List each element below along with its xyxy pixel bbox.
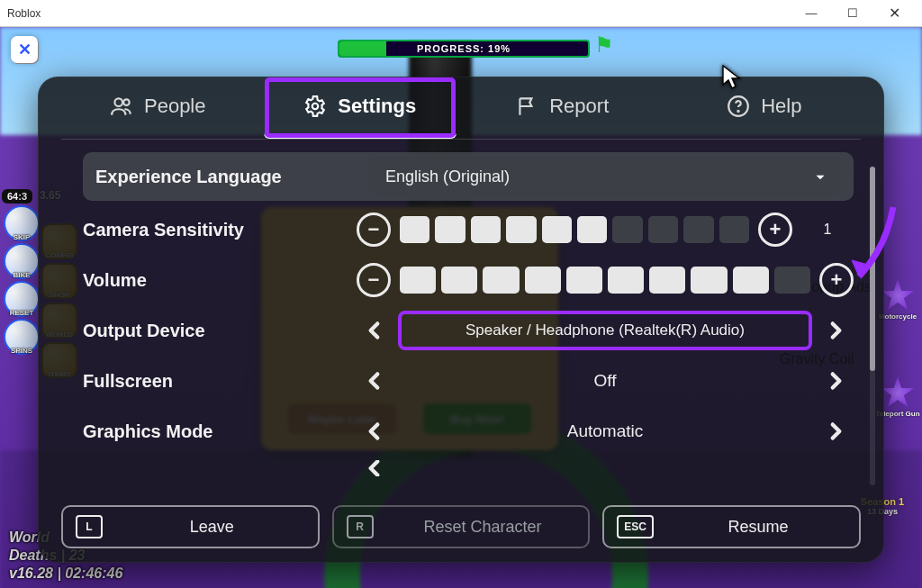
gear-icon [303, 95, 327, 118]
experience-language-label: Experience Language [95, 167, 357, 187]
reset-button[interactable]: RESET [4, 281, 40, 317]
window-minimize-button[interactable]: — [791, 1, 832, 26]
row-output-device: Output Device Speaker / Headphone (Realt… [83, 309, 854, 352]
tab-people[interactable]: People [61, 77, 255, 139]
tab-people-label: People [144, 95, 206, 118]
row-overflow-peek [83, 460, 854, 476]
flag-icon [515, 95, 538, 118]
overflow-prev-icon [357, 460, 393, 476]
output-device-next-button[interactable] [818, 312, 854, 348]
resume-button[interactable]: ESC Resume [602, 505, 861, 548]
window-titlebar: Roblox — ☐ ✕ [0, 0, 922, 27]
spins-button[interactable]: SPINS [4, 319, 40, 355]
row-camera-sensitivity: Camera Sensitivity − + 1 [83, 208, 854, 251]
row-fullscreen: Fullscreen Off [83, 359, 854, 403]
leave-button[interactable]: L Leave [61, 505, 320, 548]
tab-help-label: Help [761, 95, 801, 118]
tab-settings-label: Settings [338, 95, 416, 118]
camera-sensitivity-value: 1 [801, 214, 854, 245]
window-maximize-button[interactable]: ☐ [832, 1, 873, 26]
output-device-label: Output Device [83, 321, 344, 341]
volume-label: Volume [83, 270, 344, 291]
camera-sensitivity-label: Camera Sensitivity [83, 220, 344, 240]
svg-point-2 [312, 104, 319, 110]
graphics-mode-value: Automatic [402, 421, 809, 441]
fullscreen-value: Off [402, 371, 809, 391]
chevron-down-icon [812, 169, 828, 190]
svg-point-1 [123, 99, 130, 105]
fullscreen-label: Fullscreen [83, 371, 344, 392]
settings-modal: People Settings Report Help Experience L… [38, 77, 884, 563]
bike-button[interactable]: BIKE [4, 243, 40, 279]
progress-flag-icon: ⚑ [594, 32, 614, 58]
reset-character-button[interactable]: R Reset Character [332, 505, 591, 548]
experience-language-value: English (Original) [385, 167, 510, 186]
skip-button[interactable]: SKIP [4, 205, 40, 241]
graphics-mode-next-button[interactable] [818, 413, 854, 449]
star-icon [881, 279, 915, 312]
fullscreen-prev-button[interactable] [357, 363, 393, 399]
modal-tabs: People Settings Report Help [61, 77, 861, 140]
volume-slider[interactable] [400, 267, 810, 294]
camera-sensitivity-slider[interactable] [400, 216, 749, 243]
leave-label: Leave [119, 518, 305, 537]
settings-rows: Experience Language English (Original) C… [61, 140, 861, 476]
svg-point-0 [114, 98, 122, 106]
left-hud-column-1: SKIP BIKE RESET SPINS [4, 205, 40, 355]
graphics-mode-prev-button[interactable] [357, 413, 393, 449]
volume-increase-button[interactable]: + [819, 263, 854, 297]
row-experience-language: Experience Language English (Original) [83, 152, 854, 201]
resume-keyhint: ESC [617, 515, 654, 538]
leave-keyhint: L [76, 515, 103, 538]
svg-point-4 [737, 111, 738, 112]
window-title: Roblox [7, 7, 41, 20]
experience-language-dropdown[interactable]: English (Original) [369, 157, 841, 196]
camera-sensitivity-increase-button[interactable]: + [758, 213, 792, 247]
game-viewport: Maybe Later Buy Now! ✕ PROGRESS: 19% ⚑ 6… [0, 27, 922, 588]
modal-bottom-bar: L Leave R Reset Character ESC Resume [61, 505, 861, 548]
tab-settings[interactable]: Settings [264, 77, 457, 139]
row-graphics-mode: Graphics Mode Automatic [83, 410, 854, 453]
settings-scrollbar[interactable] [870, 167, 875, 485]
row-volume: Volume − + [83, 258, 854, 302]
progress-label: PROGRESS: 19% [339, 41, 588, 56]
tab-report-label: Report [549, 95, 609, 118]
output-device-value[interactable]: Speaker / Headphone (Realtek(R) Audio) [402, 314, 809, 347]
timer-chip: 64:3 [2, 189, 32, 204]
output-device-prev-button[interactable] [357, 312, 393, 348]
resume-label: Resume [670, 518, 846, 537]
fullscreen-next-button[interactable] [818, 363, 854, 399]
people-icon [110, 95, 133, 118]
help-icon [727, 95, 750, 118]
reset-character-label: Reset Character [390, 518, 576, 537]
tab-report[interactable]: Report [466, 77, 659, 139]
tab-help[interactable]: Help [668, 77, 862, 139]
graphics-mode-label: Graphics Mode [83, 421, 344, 442]
star-icon [881, 376, 915, 410]
close-menu-button[interactable]: ✕ [11, 36, 38, 63]
hud-version-time: v16.28 | 02:46:46 [9, 565, 122, 583]
scrollbar-thumb[interactable] [870, 167, 875, 371]
volume-decrease-button[interactable]: − [357, 263, 391, 297]
reset-keyhint: R [347, 515, 374, 538]
progress-bar: PROGRESS: 19% [338, 40, 590, 58]
camera-sensitivity-decrease-button[interactable]: − [357, 213, 391, 247]
window-close-button[interactable]: ✕ [873, 1, 915, 26]
